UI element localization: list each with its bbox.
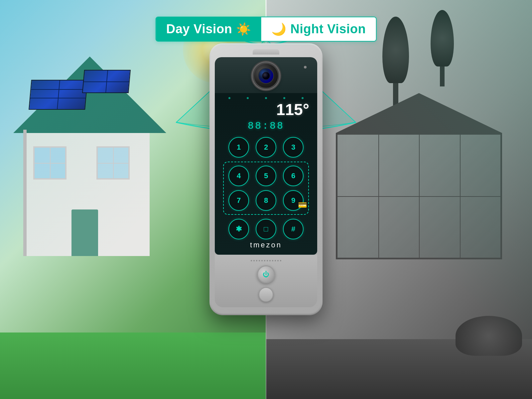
solar-panel-2 — [82, 70, 131, 93]
indicator-4 — [283, 97, 285, 99]
grass-day — [0, 332, 266, 399]
key-8[interactable]: 8 — [256, 190, 276, 211]
camera-section — [215, 57, 317, 93]
sun-icon: ☀️ — [236, 22, 251, 36]
greenhouse-frame — [336, 133, 502, 259]
bushes — [456, 316, 522, 356]
house-window-left — [33, 146, 66, 180]
night-vision-label: Night Vision — [290, 22, 366, 36]
keypad-row-4: ✱ □ # — [228, 219, 304, 239]
bottom-button[interactable] — [259, 287, 273, 302]
key-square[interactable]: □ — [256, 219, 276, 239]
drainpipe — [23, 130, 27, 256]
greenhouse-roof — [336, 93, 502, 133]
camera-lens-inner — [258, 68, 274, 84]
device-bottom: ⏻ — [215, 255, 317, 307]
house-window-right — [96, 146, 130, 180]
house — [10, 27, 176, 259]
camera-lens-area — [219, 63, 313, 89]
indicator-2 — [247, 97, 249, 99]
key-2[interactable]: 2 — [256, 137, 276, 158]
tree-2 — [426, 10, 459, 86]
keypad: 1 2 3 4 5 6 7 8 9 — [220, 137, 312, 239]
doorbell-device: 115° 88:88 1 2 3 4 5 6 — [209, 43, 323, 315]
key-6[interactable]: 6 — [283, 166, 304, 186]
key-1[interactable]: 1 — [228, 137, 249, 158]
keypad-row-1: 1 2 3 — [228, 137, 304, 158]
key-3[interactable]: 3 — [283, 137, 304, 158]
indicator-5 — [302, 97, 304, 99]
vision-badge: Day Vision ☀️ 🌙 Night Vision — [156, 17, 377, 42]
solar-panel-1 — [29, 80, 88, 110]
greenhouse — [336, 93, 522, 259]
time-display: 88:88 — [220, 120, 312, 132]
key-5[interactable]: 5 — [256, 166, 276, 186]
key-hash[interactable]: # — [283, 219, 304, 239]
day-vision-badge: Day Vision ☀️ — [156, 17, 261, 41]
key-7[interactable]: 7 — [228, 190, 249, 211]
indicator-1 — [228, 97, 230, 99]
keypad-row-2: 4 5 6 — [228, 166, 304, 186]
night-vision-badge: 🌙 Night Vision — [261, 17, 376, 41]
device-top-bump — [253, 49, 279, 55]
keypad-row-3: 7 8 9 — [228, 190, 304, 211]
device-outer-shell: 115° 88:88 1 2 3 4 5 6 — [209, 43, 323, 315]
power-icon: ⏻ — [263, 271, 269, 278]
indicator-3 — [265, 97, 267, 99]
key-4[interactable]: 4 — [228, 166, 249, 186]
call-button[interactable]: ⏻ — [257, 265, 275, 283]
angle-display: 115° — [220, 102, 312, 118]
day-vision-label: Day Vision — [166, 22, 232, 36]
moon-icon: 🌙 — [271, 22, 287, 36]
camera-led — [304, 66, 307, 68]
camera-lens-outer — [253, 63, 279, 89]
keypad-highlight-group: 4 5 6 7 8 9 💳 — [223, 162, 309, 215]
camera-lens-center — [262, 72, 270, 80]
rfid-icon: 💳 — [298, 201, 307, 209]
screen-indicators — [220, 97, 312, 99]
speaker-grille — [251, 260, 281, 261]
device-screen: 115° 88:88 1 2 3 4 5 6 — [215, 93, 317, 255]
house-door — [71, 209, 98, 256]
brand-label-screen: tmezon — [220, 241, 312, 249]
key-star[interactable]: ✱ — [228, 219, 249, 239]
